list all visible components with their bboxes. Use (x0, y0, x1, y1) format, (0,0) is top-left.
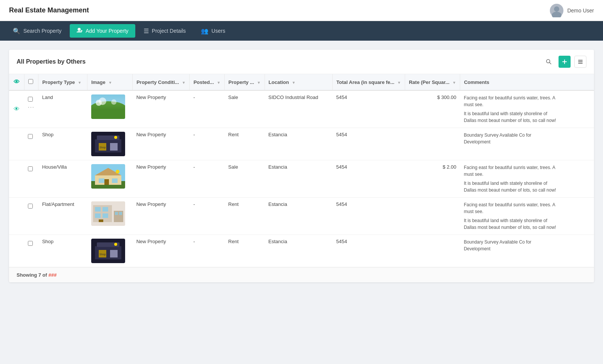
row-eye-icon[interactable]: 👁 (14, 106, 20, 112)
row-prop-condition: New Property (133, 235, 190, 267)
row-actions (28, 95, 35, 102)
table-footer: Showing 7 of ### (9, 267, 594, 282)
svg-rect-9 (578, 60, 583, 61)
add-button[interactable] (559, 56, 571, 68)
row-prop-condition: New Property (133, 90, 190, 128)
row-image-cell: Shop (87, 128, 133, 160)
svg-rect-35 (95, 207, 101, 212)
svg-rect-41 (119, 212, 122, 215)
row-actions-cell (24, 198, 38, 235)
users-nav-icon: 👥 (201, 27, 208, 35)
properties-table: 👁 Property Type ▼ Image ▼ (9, 74, 594, 267)
sort-icon-image[interactable]: ▼ (108, 81, 112, 85)
sort-icon-prop[interactable]: ▼ (257, 81, 261, 85)
row-checkbox[interactable] (28, 166, 33, 171)
row-rate (405, 235, 460, 267)
table-row: Shop Shop New Property - Rent Estancia 5… (9, 235, 594, 267)
table-row: Shop Shop New Property - Rent Estancia 5… (9, 128, 594, 160)
table-header-row: 👁 Property Type ▼ Image ▼ (9, 74, 594, 90)
search-button[interactable] (543, 56, 555, 68)
row-location: Estancia (265, 128, 332, 160)
svg-point-1 (552, 12, 562, 17)
showing-label: Showing 7 of (17, 272, 49, 278)
sort-icon-cond[interactable]: ▼ (182, 81, 185, 85)
prop-image: Shop (91, 132, 125, 156)
add-nav-icon (77, 27, 83, 35)
row-image-cell (87, 198, 133, 235)
row-checkbox[interactable] (28, 204, 33, 209)
row-prop-type: Land (38, 90, 87, 128)
menu-button[interactable] (574, 56, 586, 68)
row-location: Estancia (265, 160, 332, 198)
svg-rect-22 (110, 143, 118, 151)
nav-label-add: Add Your Property (86, 28, 129, 34)
row-eye-cell (9, 198, 24, 235)
user-area: Demo User (550, 4, 594, 17)
row-property: Rent (225, 198, 265, 235)
svg-point-32 (116, 170, 119, 174)
app-title: Real Estate Management (9, 6, 89, 14)
row-property: Rent (225, 128, 265, 160)
project-nav-icon: ☰ (144, 27, 149, 35)
row-actions (28, 239, 35, 246)
comment-container: Boundary Survey Available Co for Develop… (464, 132, 558, 145)
sort-icon-location[interactable]: ▼ (292, 81, 295, 85)
row-location: Estancia (265, 235, 332, 267)
comment-container: Facing east for beautiful sunris water, … (464, 164, 558, 193)
comment-container: Boundary Survey Available Co for Develop… (464, 239, 558, 252)
nav-item-search[interactable]: 🔍 Search Property (6, 24, 68, 38)
comment-line-1: Facing east for beautiful sunris water, … (464, 164, 558, 178)
row-dots-icon[interactable]: ··· (28, 104, 35, 110)
svg-point-17 (111, 99, 116, 105)
svg-rect-11 (578, 63, 583, 64)
nav-item-project[interactable]: ☰ Project Details (137, 24, 193, 38)
row-checkbox[interactable] (28, 97, 33, 102)
row-prop-type: House/Villa (38, 160, 87, 198)
prop-image (91, 94, 125, 119)
svg-rect-29 (99, 178, 104, 183)
row-eye-cell (9, 128, 24, 160)
sort-icon-area[interactable]: ▼ (397, 81, 401, 85)
row-total-area: 5454 (332, 198, 405, 235)
comment-container: Facing east for beautiful sunris water, … (464, 94, 558, 124)
svg-point-48 (114, 243, 117, 246)
nav-bar: 🔍 Search Property Add Your Property ☰ Pr… (0, 21, 603, 41)
svg-rect-4 (81, 30, 82, 32)
row-eye-cell (9, 235, 24, 267)
table-row: House/Villa New Property - Sale Estancia… (9, 160, 594, 198)
row-posted: - (190, 198, 225, 235)
row-comments: Facing east for beautiful sunris water, … (460, 90, 594, 128)
prop-image (91, 201, 125, 226)
row-total-area: 5454 (332, 160, 405, 198)
row-actions (28, 133, 35, 139)
nav-label-users: Users (211, 28, 225, 34)
row-checkbox[interactable] (28, 134, 33, 139)
row-actions-cell (24, 160, 38, 198)
select-all-checkbox[interactable] (28, 79, 33, 84)
comment-container: Facing east for beautiful sunris water, … (464, 201, 558, 231)
th-image: Image ▼ (87, 74, 133, 90)
row-checkbox[interactable] (28, 241, 33, 246)
row-eye-cell (9, 160, 24, 198)
svg-rect-42 (99, 219, 103, 222)
nav-item-add[interactable]: Add Your Property (70, 24, 135, 38)
svg-line-6 (549, 62, 551, 64)
sort-icon-rate[interactable]: ▼ (452, 81, 456, 85)
sort-icon-prop-type[interactable]: ▼ (78, 81, 81, 85)
nav-item-users[interactable]: 👥 Users (194, 24, 232, 38)
row-actions (28, 165, 35, 171)
prop-image (91, 164, 125, 189)
row-comments: Facing east for beautiful sunris water, … (460, 198, 594, 235)
card-actions (543, 56, 586, 68)
svg-rect-40 (115, 212, 118, 215)
row-prop-type: Flat/Apartment (38, 198, 87, 235)
sort-icon-posted[interactable]: ▼ (217, 81, 220, 85)
th-area: Total Area (in square fe... ▼ (332, 74, 405, 90)
row-location: Estancia (265, 198, 332, 235)
row-posted: - (190, 235, 225, 267)
row-comments: Boundary Survey Available Co for Develop… (460, 128, 594, 160)
table-row: Flat/Apartment New Property - Rent Estan… (9, 198, 594, 235)
svg-point-0 (554, 6, 559, 12)
avatar (550, 4, 563, 17)
search-nav-icon: 🔍 (13, 27, 20, 35)
